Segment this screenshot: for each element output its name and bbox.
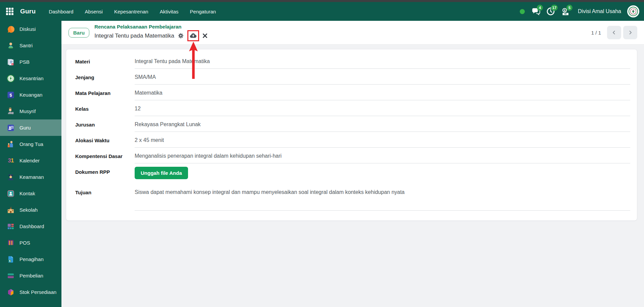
nav-item-dashboard[interactable]: Dashboard bbox=[44, 6, 78, 17]
field-row-alokasi-waktu: Alokasi Waktu 2 x 45 menit bbox=[75, 135, 630, 148]
form-view: Materi Integral Tentu pada Matematika Je… bbox=[61, 45, 644, 307]
cloud-save-icon[interactable] bbox=[189, 32, 197, 40]
sidebar-item-stok-persediaan[interactable]: Stok Persediaan bbox=[0, 284, 61, 300]
jenjang-input[interactable]: SMA/MA bbox=[135, 72, 630, 85]
field-label: Jurusan bbox=[75, 119, 135, 127]
navbar-menu: Dashboard Absensi Kepesantrenan Aktivita… bbox=[44, 6, 220, 17]
sidebar-item-psb[interactable]: PSB bbox=[0, 54, 61, 70]
nav-item-aktivitas[interactable]: Aktivitas bbox=[155, 6, 183, 17]
santri-icon bbox=[6, 41, 15, 50]
kalender-icon: 31 bbox=[6, 156, 15, 165]
form-card: Materi Integral Tentu pada Matematika Je… bbox=[66, 49, 637, 221]
app-title[interactable]: Guru bbox=[20, 8, 36, 15]
sidebar-item-sekolah[interactable]: Sekolah bbox=[0, 202, 61, 218]
sidebar-item-dashboard[interactable]: Dashboard bbox=[0, 218, 61, 235]
materi-input[interactable]: Integral Tentu pada Matematika bbox=[135, 56, 630, 69]
control-panel: Baru Rencana Pelaksanaan Pembelajaran In… bbox=[61, 21, 644, 45]
sidebar-item-musyrif[interactable]: Musyrif bbox=[0, 103, 61, 119]
guru-icon bbox=[6, 123, 15, 132]
pager-previous-button[interactable] bbox=[607, 26, 621, 39]
sekolah-icon bbox=[6, 206, 15, 214]
activities-clock-icon[interactable]: 17 bbox=[545, 6, 556, 17]
keuangan-icon: $ bbox=[6, 91, 15, 99]
mata-pelajaran-input[interactable]: Matematika bbox=[135, 88, 630, 100]
apps-grid-icon[interactable] bbox=[4, 6, 15, 17]
field-label: Materi bbox=[75, 56, 135, 64]
app-window: Guru Dashboard Absensi Kepesantrenan Akt… bbox=[0, 0, 644, 307]
kesantrian-icon bbox=[6, 74, 15, 83]
messages-badge: 4 bbox=[537, 5, 543, 11]
sidebar-item-kesantrian[interactable]: Kesantrian bbox=[0, 70, 61, 87]
close-icon[interactable] bbox=[202, 33, 208, 38]
field-label: Jenjang bbox=[75, 72, 135, 80]
sidebar-item-penagihan[interactable]: $ Penagihan bbox=[0, 251, 61, 267]
field-row-kompentensi-dasar: Kompentensi Dasar Menganalisis penerapan… bbox=[75, 151, 630, 163]
pembelian-icon bbox=[6, 271, 15, 280]
alokasi-waktu-input[interactable]: 2 x 45 menit bbox=[135, 135, 630, 148]
svg-text:$: $ bbox=[9, 92, 12, 97]
save-highlight-box bbox=[187, 30, 199, 41]
breadcrumb: Rencana Pelaksanaan Pembelajaran Integra… bbox=[94, 24, 208, 41]
avatar[interactable] bbox=[627, 5, 639, 17]
field-label: Mata Pelajaran bbox=[75, 88, 135, 96]
cash-collect-icon[interactable]: $ 5 bbox=[560, 6, 571, 17]
record-title: Integral Tentu pada Matematika bbox=[94, 32, 174, 39]
online-status-dot bbox=[520, 9, 525, 14]
field-label: Kompentensi Dasar bbox=[75, 151, 135, 159]
field-label: Alokasi Waktu bbox=[75, 135, 135, 143]
pager-value: 1 / 1 bbox=[591, 30, 601, 36]
main-area: Baru Rencana Pelaksanaan Pembelajaran In… bbox=[61, 21, 644, 307]
diskusi-icon bbox=[6, 25, 15, 34]
nav-item-kepesantrenan[interactable]: Kepesantrenan bbox=[110, 6, 153, 17]
pos-icon bbox=[6, 239, 15, 247]
tujuan-textarea[interactable]: Siswa dapat memahami konsep integral dan… bbox=[135, 187, 630, 211]
status-badge: Baru bbox=[68, 28, 89, 38]
field-label: Tujuan bbox=[75, 187, 135, 195]
top-navbar: Guru Dashboard Absensi Kepesantrenan Akt… bbox=[0, 2, 644, 21]
field-row-tujuan: Tujuan Siswa dapat memahami konsep integ… bbox=[75, 187, 630, 211]
cash-badge: 5 bbox=[566, 5, 572, 11]
sidebar-item-keuangan[interactable]: $ Keuangan bbox=[0, 87, 61, 103]
sidebar-item-keamanan[interactable]: Keamanan bbox=[0, 169, 61, 185]
user-menu[interactable]: Divisi Amal Usaha bbox=[578, 8, 621, 14]
sidebar-item-kontak[interactable]: Kontak bbox=[0, 185, 61, 202]
kelas-input[interactable]: 12 bbox=[135, 104, 630, 116]
jurusan-input[interactable]: Rekayasa Perangkat Lunak bbox=[135, 119, 630, 132]
nav-item-absensi[interactable]: Absensi bbox=[81, 6, 107, 17]
field-label: Dokumen RPP bbox=[75, 167, 135, 175]
sidebar-item-pembelian[interactable]: Pembelian bbox=[0, 267, 61, 284]
kontak-icon bbox=[6, 189, 15, 198]
messages-icon[interactable]: 4 bbox=[530, 6, 542, 17]
nav-item-pengaturan[interactable]: Pengaturan bbox=[186, 6, 221, 17]
field-row-jenjang: Jenjang SMA/MA bbox=[75, 72, 630, 85]
orang-tua-icon bbox=[6, 140, 15, 149]
sidebar-item-diskusi[interactable]: Diskusi bbox=[0, 21, 61, 37]
sidebar-item-orang-tua[interactable]: Orang Tua bbox=[0, 136, 61, 152]
breadcrumb-parent-link[interactable]: Rencana Pelaksanaan Pembelajaran bbox=[94, 24, 208, 30]
sidebar-item-karyawan[interactable]: Karyawan bbox=[0, 300, 61, 307]
musyrif-icon bbox=[6, 107, 15, 116]
penagihan-icon: $ bbox=[6, 255, 15, 264]
sidebar: Diskusi Santri PSB Kesantrian $ Keuangan… bbox=[0, 21, 61, 307]
sidebar-item-kalender[interactable]: 31 Kalender bbox=[0, 152, 61, 169]
field-row-mata-pelajaran: Mata Pelajaran Matematika bbox=[75, 88, 630, 100]
dashboard-icon bbox=[6, 222, 15, 231]
field-row-jurusan: Jurusan Rekayasa Perangkat Lunak bbox=[75, 119, 630, 132]
field-row-kelas: Kelas 12 bbox=[75, 104, 630, 116]
sidebar-item-pos[interactable]: POS bbox=[0, 235, 61, 251]
sidebar-item-guru[interactable]: Guru bbox=[0, 119, 61, 136]
pager-next-button[interactable] bbox=[623, 26, 637, 39]
field-row-materi: Materi Integral Tentu pada Matematika bbox=[75, 56, 630, 69]
activities-badge: 17 bbox=[551, 5, 558, 11]
field-label: Kelas bbox=[75, 104, 135, 112]
kompentensi-dasar-input[interactable]: Menganalisis penerapan integral dalam ke… bbox=[135, 151, 630, 163]
karyawan-icon bbox=[6, 304, 15, 307]
svg-text:$: $ bbox=[564, 8, 566, 12]
sidebar-item-santri[interactable]: Santri bbox=[0, 37, 61, 54]
keamanan-icon bbox=[6, 173, 15, 182]
upload-file-button[interactable]: Unggah file Anda bbox=[135, 167, 188, 179]
stok-persediaan-icon bbox=[6, 288, 15, 297]
gear-icon[interactable] bbox=[178, 33, 184, 39]
field-row-dokumen-rpp: Dokumen RPP Unggah file Anda bbox=[75, 167, 630, 183]
psb-icon bbox=[6, 58, 15, 66]
